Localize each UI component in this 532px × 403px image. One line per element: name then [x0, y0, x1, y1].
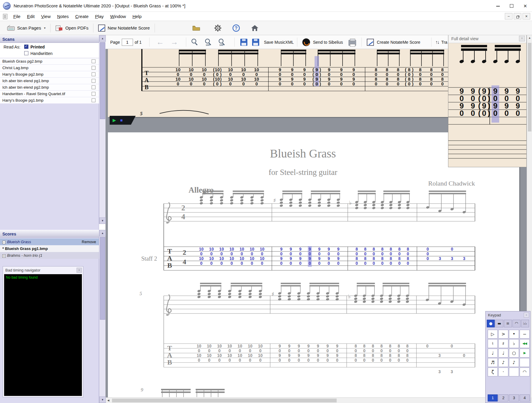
keypad-tenuto-button[interactable]: − [520, 330, 530, 339]
keypad-augmentation-dot-button[interactable]: · [498, 368, 508, 376]
collapse-expander-icon[interactable]: − [2, 241, 6, 244]
keypad-header[interactable]: Keypad × [486, 311, 530, 319]
scrollbar-thumb[interactable] [100, 237, 105, 320]
menu-item-create[interactable]: Create [72, 12, 92, 21]
scrollbar-thumb[interactable] [112, 399, 337, 402]
mdi-restore-button[interactable] [514, 13, 521, 20]
keypad-tab-1[interactable]: 1 [488, 394, 498, 402]
scroll-up-icon[interactable]: ▲ [99, 230, 106, 236]
scan-file-row[interactable]: Christ Lag.bmp [0, 65, 99, 71]
full-detail-header[interactable]: Full detail view × [448, 34, 526, 43]
keypad-sixteenth-notes-button[interactable]: ♬ [488, 358, 498, 367]
keypad-grace-note-button[interactable]: ♪ [509, 358, 519, 367]
page-number-input[interactable] [122, 39, 133, 46]
keypad-blank-a-button[interactable] [520, 358, 530, 367]
menu-item-file[interactable]: File [10, 12, 24, 21]
keypad-quarter-note-button[interactable]: ♩ [488, 349, 498, 358]
settings-button[interactable] [211, 22, 225, 34]
scan-file-checkbox[interactable] [92, 72, 95, 76]
minimize-button[interactable] [491, 0, 505, 12]
scan-file-row[interactable]: Ich aber bin elend pg1.bmp [0, 78, 99, 84]
menu-item-window[interactable]: Window [107, 12, 129, 21]
handwritten-checkbox[interactable] [24, 51, 28, 55]
scan-file-row[interactable]: Handwritten - Ravel String Quartet.tif [0, 91, 99, 97]
keypad-flat-button[interactable]: ♭ [509, 339, 519, 348]
stop-button[interactable]: ■ [120, 118, 123, 123]
help-button[interactable]: ? [229, 22, 243, 34]
scan-file-row[interactable]: Harry's Boogie pg2.bmp [0, 71, 99, 78]
transpose-button[interactable]: ↑↓ Tra [435, 35, 447, 49]
open-pdfs-button[interactable]: Open PDFs [52, 22, 91, 34]
scrollbar-thumb[interactable] [528, 43, 531, 131]
menu-item-play[interactable]: Play [92, 12, 107, 21]
scan-file-row[interactable]: Ich aber bin elend pg2.bmp [0, 84, 99, 91]
scans-scrollbar[interactable]: ▲ ▼ [99, 35, 106, 224]
save-icon[interactable] [240, 39, 247, 46]
menu-item-edit[interactable]: Edit [24, 12, 38, 21]
menu-item-help[interactable]: Help [129, 12, 145, 21]
send-to-sibelius-button[interactable]: Send to Sibelius [302, 35, 343, 49]
horizontal-scrollbar[interactable]: ◀ ▶ [106, 397, 527, 403]
keypad-double-flat-button[interactable]: ♭♭ [521, 320, 529, 327]
open-folder-button[interactable] [189, 22, 203, 34]
scan-file-checkbox[interactable] [92, 79, 95, 83]
keypad-sharp-button[interactable]: ♯ [498, 339, 508, 348]
keypad-beam-group-button[interactable]: ≡ [504, 320, 512, 327]
mdi-close-button[interactable]: × [523, 13, 530, 20]
scores-scrollbar[interactable]: ▲ ▼ [99, 230, 106, 403]
keypad-half-note-button[interactable]: ♩ [498, 349, 508, 358]
keypad-rewind-button[interactable]: ◀◀ [520, 339, 530, 348]
new-notateme-score-button[interactable]: New NotateMe Score [95, 22, 153, 34]
keypad-slur-button[interactable]: ◠ [512, 320, 520, 327]
keypad-accent-button[interactable]: > [498, 330, 508, 339]
scan-file-checkbox[interactable] [92, 59, 95, 63]
keypad-close-button[interactable]: × [524, 313, 529, 318]
home-button[interactable] [248, 22, 262, 34]
full-detail-close-button[interactable]: × [519, 36, 525, 41]
back-arrow-icon[interactable]: ← [156, 38, 164, 47]
scan-file-checkbox[interactable] [92, 98, 95, 102]
print-button[interactable] [348, 35, 356, 49]
scan-file-row[interactable]: Harry's Boogie pg1.bmp [0, 97, 99, 104]
bad-timing-close-button[interactable]: × [77, 268, 82, 273]
menu-item-view[interactable]: View [38, 12, 54, 21]
keypad-staccato-button[interactable]: • [509, 330, 519, 339]
menu-item-notes[interactable]: Notes [54, 12, 72, 21]
scan-file-row[interactable]: Blueish Grass pg2.bmp [0, 58, 99, 65]
score-item-blueish-grass[interactable]: −Blueish Grass Remove [0, 238, 99, 245]
keypad-tab-3[interactable]: 3 [509, 394, 519, 402]
score-item-page[interactable]: * Blueish Grass pg1.bmp [0, 245, 99, 252]
maximize-button[interactable] [505, 0, 518, 12]
scan-file-checkbox[interactable] [92, 85, 95, 89]
keypad-play-button[interactable]: ▶ [520, 349, 530, 358]
scan-file-checkbox[interactable] [92, 92, 95, 96]
keypad-tab-2[interactable]: 2 [498, 394, 508, 402]
save-musicxml-icon[interactable] [252, 39, 259, 46]
scroll-down-icon[interactable]: ▼ [99, 396, 106, 403]
keypad-minim-button[interactable]: ▬ [495, 320, 503, 327]
printed-checkbox[interactable] [24, 45, 28, 49]
scan-pages-dropdown-caret[interactable]: ▾ [44, 26, 46, 30]
scan-pages-button[interactable]: Scan Pages ▾ [4, 22, 48, 34]
keypad-cursor-button[interactable]: ▷ [488, 330, 498, 339]
score-item-brahms[interactable]: +Brahms - horn trio (1 [0, 252, 99, 259]
keypad-eighth-note-button[interactable]: ♪ [498, 358, 508, 367]
scan-file-checkbox[interactable] [92, 66, 95, 70]
keypad-rest-button[interactable]: ζ [488, 368, 498, 376]
mdi-minimize-button[interactable]: – [505, 13, 512, 20]
forward-arrow-icon[interactable]: → [171, 38, 178, 47]
create-notateme-button[interactable]: Create NotateMe Score [367, 35, 420, 49]
close-button[interactable]: × [518, 0, 532, 12]
remove-link[interactable]: Remove [82, 238, 96, 245]
expand-expander-icon[interactable]: + [2, 254, 6, 258]
keypad-blank-b-button[interactable] [509, 368, 519, 376]
save-musicxml-label[interactable]: Save MusicXML [264, 40, 294, 45]
play-button[interactable]: ▶ [113, 118, 116, 123]
scroll-down-icon[interactable]: ▼ [99, 217, 106, 224]
keypad-tab-4[interactable]: 4 [520, 394, 530, 402]
scrollbar-thumb[interactable] [100, 42, 105, 119]
keypad-tie-button[interactable]: ◠ [520, 368, 530, 376]
keypad-whole-note-button[interactable]: ○ [509, 349, 519, 358]
scroll-left-icon[interactable]: ◀ [106, 398, 111, 403]
zoom-out-100-icon[interactable]: 100 [205, 38, 213, 46]
